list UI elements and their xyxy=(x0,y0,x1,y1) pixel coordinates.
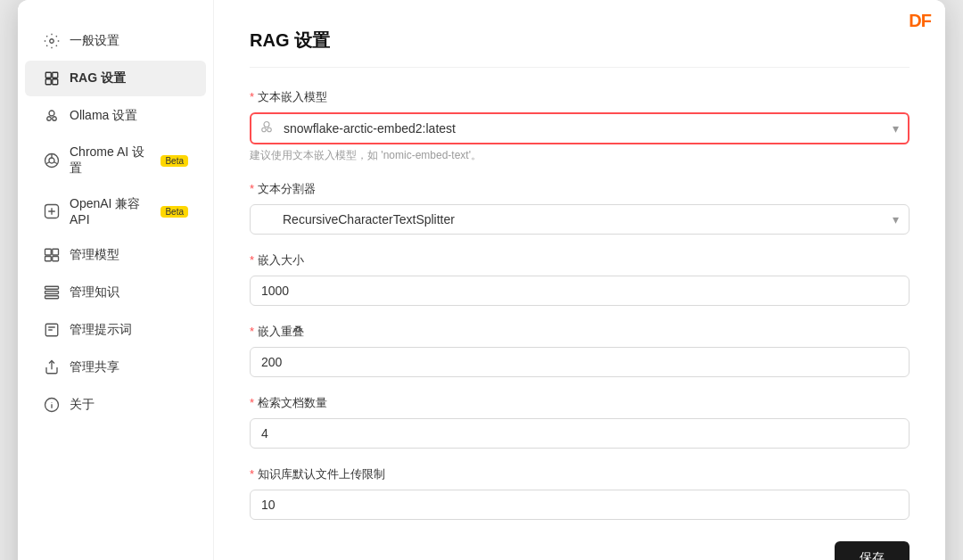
openai-badge: Beta xyxy=(160,206,188,218)
embed-model-input[interactable]: snowflake-arctic-embed2:latest xyxy=(250,112,910,144)
app-window: DF 一般设置 RAG 设置 xyxy=(18,0,945,560)
svg-rect-4 xyxy=(53,79,58,85)
svg-rect-16 xyxy=(45,257,52,261)
manage-knowledge-icon xyxy=(43,284,61,301)
svg-point-6 xyxy=(47,117,52,121)
save-button[interactable]: 保存 xyxy=(835,541,910,560)
embed-model-select-wrap: snowflake-arctic-embed2:latest ▾ xyxy=(250,112,910,144)
svg-point-0 xyxy=(50,39,54,44)
svg-rect-1 xyxy=(45,72,51,78)
embed-model-hint: 建议使用文本嵌入模型，如 'nomic-embed-text'。 xyxy=(250,148,910,163)
manage-share-icon xyxy=(43,358,61,376)
sidebar-item-rag[interactable]: RAG 设置 xyxy=(25,61,206,96)
embed-overlap-label: 嵌入重叠 xyxy=(250,324,910,340)
sidebar-item-about[interactable]: 关于 xyxy=(25,387,206,423)
svg-line-12 xyxy=(46,162,50,164)
knowledge-upload-label: 知识库默认文件上传限制 xyxy=(250,466,910,482)
svg-rect-14 xyxy=(45,249,52,255)
sidebar-item-manage-model[interactable]: 管理模型 xyxy=(25,237,206,273)
rag-icon xyxy=(43,70,61,87)
sidebar-item-openai[interactable]: OpenAI 兼容 API Beta xyxy=(25,187,206,235)
sidebar-item-chrome-ai[interactable]: Chrome AI 设置 Beta xyxy=(25,136,206,185)
about-icon xyxy=(43,396,61,414)
knowledge-upload-input[interactable]: 10 xyxy=(250,490,910,520)
sidebar-label-general: 一般设置 xyxy=(70,33,119,49)
sidebar: 一般设置 RAG 设置 Ollama 设置 xyxy=(18,0,214,560)
svg-rect-2 xyxy=(53,72,58,78)
knowledge-upload-row: 知识库默认文件上传限制 10 xyxy=(250,466,910,520)
sidebar-item-manage-knowledge[interactable]: 管理知识 xyxy=(25,275,206,310)
svg-point-5 xyxy=(49,111,54,116)
sidebar-label-ollama: Ollama 设置 xyxy=(70,108,137,124)
text-splitter-label: 文本分割器 xyxy=(250,181,910,197)
sidebar-item-manage-prompt[interactable]: 管理提示词 xyxy=(25,312,206,348)
sidebar-label-manage-knowledge: 管理知识 xyxy=(70,284,119,301)
svg-line-11 xyxy=(54,162,57,164)
embed-size-row: 嵌入大小 1000 xyxy=(250,252,910,306)
openai-icon xyxy=(43,202,61,220)
embed-overlap-input[interactable]: 200 xyxy=(250,347,910,377)
text-splitter-input[interactable]: RecursiveCharacterTextSplitter xyxy=(250,204,910,235)
df-logo: DF xyxy=(909,11,931,31)
svg-point-7 xyxy=(53,117,57,121)
sidebar-label-manage-share: 管理共享 xyxy=(70,359,119,375)
embed-size-label: 嵌入大小 xyxy=(250,252,910,268)
settings-icon xyxy=(43,32,61,50)
svg-rect-18 xyxy=(45,286,59,289)
embed-overlap-row: 嵌入重叠 200 xyxy=(250,324,910,377)
sidebar-label-rag: RAG 设置 xyxy=(70,70,126,86)
sidebar-item-manage-share[interactable]: 管理共享 xyxy=(25,350,206,385)
sidebar-item-ollama[interactable]: Ollama 设置 xyxy=(25,98,206,134)
sidebar-label-manage-prompt: 管理提示词 xyxy=(70,322,132,338)
embed-model-label: 文本嵌入模型 xyxy=(250,89,910,105)
manage-prompt-icon xyxy=(43,321,61,339)
sidebar-label-chrome-ai: Chrome AI 设置 xyxy=(70,144,148,177)
text-splitter-row: 文本分割器 RecursiveCharacterTextSplitter ▾ xyxy=(250,181,910,235)
sidebar-label-openai: OpenAI 兼容 API xyxy=(70,196,148,226)
svg-rect-3 xyxy=(45,79,51,85)
save-row: 保存 xyxy=(250,523,910,560)
chrome-ai-badge: Beta xyxy=(160,155,188,167)
embed-model-row: 文本嵌入模型 snowflake-arctic-embed2:latest ▾ … xyxy=(250,89,910,163)
search-docs-label: 检索文档数量 xyxy=(250,395,910,411)
ollama-icon xyxy=(43,107,61,125)
chrome-icon xyxy=(43,152,61,169)
svg-rect-17 xyxy=(53,257,59,261)
embed-size-input[interactable]: 1000 xyxy=(250,276,910,306)
svg-rect-19 xyxy=(45,292,59,294)
svg-rect-20 xyxy=(45,296,59,299)
sidebar-item-general[interactable]: 一般设置 xyxy=(25,23,206,59)
manage-model-icon xyxy=(43,246,61,264)
search-docs-row: 检索文档数量 4 xyxy=(250,395,910,449)
svg-rect-15 xyxy=(53,249,59,255)
main-content: RAG 设置 文本嵌入模型 snowflake-arctic-embed2:la… xyxy=(214,0,945,560)
page-title: RAG 设置 xyxy=(250,29,910,68)
text-splitter-select-wrap: RecursiveCharacterTextSplitter ▾ xyxy=(250,204,910,235)
sidebar-label-manage-model: 管理模型 xyxy=(70,247,119,263)
search-docs-input[interactable]: 4 xyxy=(250,418,910,449)
sidebar-label-about: 关于 xyxy=(70,397,95,413)
